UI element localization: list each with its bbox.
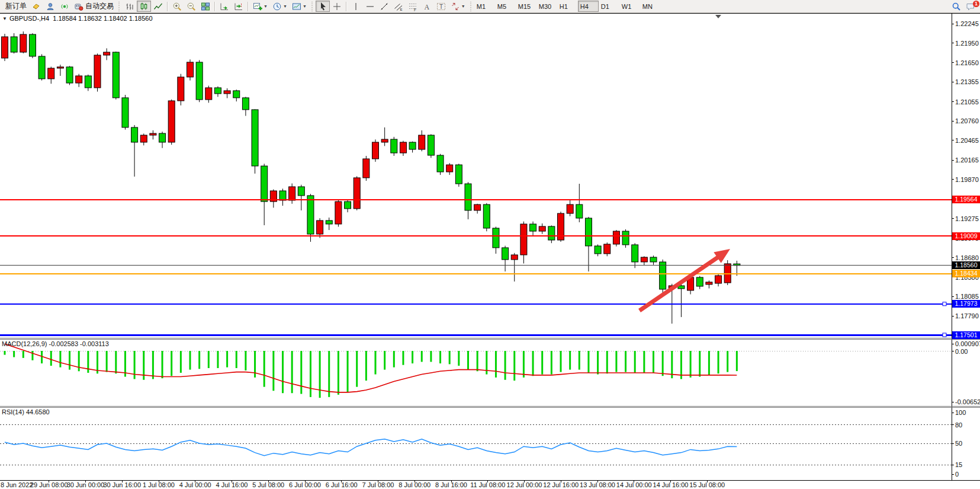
candle-body (317, 220, 323, 234)
toolbar-right: 1 (949, 0, 978, 12)
periods-button[interactable]: ▼ (270, 1, 290, 12)
fibonacci-button[interactable]: F (406, 1, 420, 12)
candle-body (48, 68, 54, 79)
candle-body (354, 178, 360, 209)
crosshair-button[interactable] (330, 1, 344, 12)
signals-button[interactable] (57, 1, 72, 12)
zoom-in-button[interactable] (170, 1, 184, 12)
candle-body (706, 282, 712, 285)
search-icon (952, 2, 961, 11)
price-tick-label: 1.19870 (955, 176, 979, 183)
toolbar-grip (311, 2, 314, 11)
candle-body (520, 224, 527, 255)
candlestick-icon (139, 2, 149, 11)
chart-shift-marker[interactable] (715, 15, 721, 18)
macd-tick-label: 0.00 (955, 348, 968, 355)
timeframe-m5[interactable]: M5 (495, 1, 516, 12)
line-chart-icon (153, 2, 163, 11)
timeframe-m30-label: M30 (539, 3, 555, 10)
text-label-button[interactable]: T (434, 1, 448, 12)
candle-body (446, 165, 453, 172)
chevron-down-icon[interactable]: ▼ (461, 4, 465, 8)
candle-body (437, 155, 444, 172)
text-button[interactable]: A (420, 1, 434, 12)
trendline-button[interactable] (377, 1, 391, 12)
line-chart-button[interactable] (151, 1, 165, 12)
chart-canvas[interactable] (0, 0, 980, 489)
macd-signal-line (5, 344, 737, 392)
search-button[interactable] (949, 1, 963, 12)
price-tick-label: 1.21055 (955, 98, 979, 106)
rsi-tick-label: 0 (955, 471, 959, 478)
timeframe-d1[interactable]: D1 (599, 1, 619, 12)
cursor-button[interactable] (316, 1, 330, 12)
horizontal-line-button[interactable] (363, 1, 377, 12)
chart-shift-button[interactable] (232, 1, 246, 12)
arrows-button[interactable]: ▼ (448, 1, 468, 12)
new-chart-icon (253, 2, 262, 11)
timeframe-mn[interactable]: MN (640, 1, 661, 12)
candle-body (511, 255, 518, 260)
candlestick-button[interactable] (137, 1, 151, 12)
new-order-button[interactable]: 新订单 (1, 1, 29, 12)
timeframe-w1[interactable]: W1 (619, 1, 640, 12)
rsi-indicator-label: RSI(14) 44.6580 (2, 408, 50, 416)
candle-body (502, 248, 509, 260)
price-tick-label: 1.19275 (955, 215, 979, 222)
autotrading-button[interactable]: 自动交易 (72, 1, 116, 12)
timeframe-h1[interactable]: H1 (557, 1, 578, 12)
vertical-line-button[interactable] (349, 1, 363, 12)
new-chart-button[interactable]: ▼ (250, 1, 270, 12)
date-label: 29 Jun 08:00 (30, 481, 68, 488)
timeframe-m30[interactable]: M30 (536, 1, 557, 12)
candle-body (11, 37, 17, 52)
candle-body (381, 139, 388, 142)
templates-button[interactable]: ▼ (290, 1, 309, 12)
candle-body (242, 98, 249, 110)
candle-body (428, 135, 434, 155)
timeframe-m1[interactable]: M1 (474, 1, 495, 12)
zoom-in-icon (172, 2, 182, 11)
date-label: 14 Jul 16:00 (653, 481, 689, 488)
candle-body (455, 165, 462, 184)
candle-body (29, 34, 36, 56)
text-label-icon: T (436, 2, 446, 11)
terminal-button[interactable] (29, 1, 43, 12)
timeframe-m1-label: M1 (477, 3, 493, 10)
chevron-down-icon[interactable]: ▼ (303, 4, 307, 8)
equidistant-channel-button[interactable]: E (391, 1, 406, 12)
chevron-down-icon[interactable]: ▼ (283, 4, 287, 8)
zoom-out-button[interactable] (184, 1, 198, 12)
support-line-upper-handle[interactable] (943, 302, 946, 306)
date-label: 12 Jul 16:00 (543, 481, 579, 488)
chat-button[interactable]: 1 (963, 1, 978, 12)
price-badge: 1.19564 (952, 196, 980, 203)
date-label: 13 Jul 08:00 (580, 481, 615, 488)
candle-body (335, 202, 342, 224)
candle-body (622, 231, 629, 245)
candle-body (660, 262, 666, 289)
timeframe-m15[interactable]: M15 (516, 1, 536, 12)
auto-scroll-button[interactable] (217, 1, 232, 12)
bar-chart-button[interactable] (123, 1, 137, 12)
toolbar: 新订单自动交易▼▼▼EFAT▼M1M5M15M30H1H4D1W1MN 1 (0, 0, 980, 13)
price-tick-label: 1.18680 (955, 254, 979, 261)
periods-icon (272, 2, 282, 11)
tile-windows-button[interactable] (198, 1, 213, 12)
crosshair-icon (332, 2, 342, 11)
bar-chart-icon (125, 2, 134, 11)
toolbar-separator (167, 2, 168, 11)
chevron-down-icon[interactable]: ▼ (264, 4, 268, 8)
candle-body (363, 159, 369, 178)
one-click-trading-toggle[interactable]: ▼ (2, 16, 7, 21)
timeframe-h4[interactable]: H4 (578, 1, 599, 12)
candle-body (613, 231, 619, 244)
market-watch-button[interactable] (43, 1, 57, 12)
candle-body (650, 257, 657, 262)
candle-body (604, 244, 611, 254)
rsi-tick-label: 100 (955, 409, 966, 416)
toolbar-separator (248, 2, 249, 11)
candle-body (298, 187, 304, 196)
timeframe-m15-label: M15 (518, 3, 534, 10)
support-line-lower-handle[interactable] (943, 333, 946, 337)
